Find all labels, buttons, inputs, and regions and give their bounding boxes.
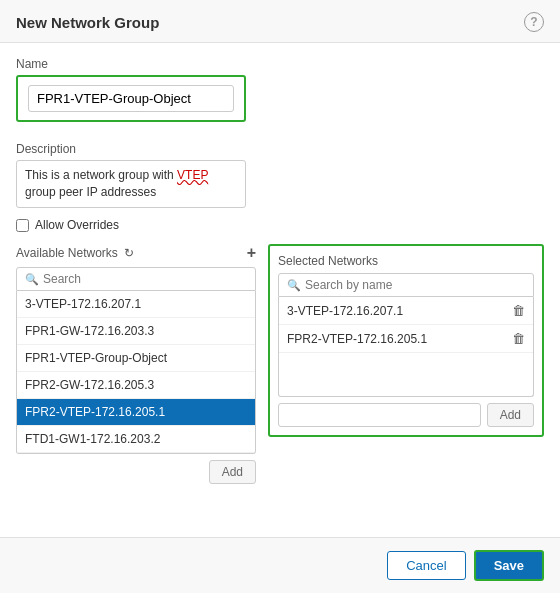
dialog-body: Name Description This is a network group… [0, 43, 560, 537]
selected-add-button[interactable]: Add [487, 403, 534, 427]
selected-networks-search-input[interactable] [305, 278, 525, 292]
available-networks-search-wrap: 🔍 [16, 267, 256, 291]
selected-networks-label: Selected Networks [278, 254, 534, 268]
dialog-header: New Network Group ? [0, 0, 560, 43]
available-networks-list: 3-VTEP-172.16.207.1 FPR1-GW-172.16.203.3… [16, 291, 256, 454]
list-item-selected[interactable]: FPR2-VTEP-172.16.205.1 [17, 399, 255, 426]
available-networks-header: Available Networks ↻ + [16, 244, 256, 262]
available-networks-title-group: Available Networks ↻ [16, 246, 134, 260]
add-network-icon[interactable]: + [247, 244, 256, 262]
selected-search-icon: 🔍 [287, 279, 301, 292]
description-box: This is a network group with VTEP group … [16, 160, 246, 208]
name-field-section: Name [16, 57, 544, 132]
list-item[interactable]: FPR1-GW-172.16.203.3 [17, 318, 255, 345]
selected-list-item: FPR2-VTEP-172.16.205.1 🗑 [279, 325, 533, 353]
cancel-button[interactable]: Cancel [387, 551, 465, 580]
description-vtep: VTEP [177, 168, 208, 182]
remove-item-icon[interactable]: 🗑 [512, 331, 525, 346]
allow-overrides-checkbox[interactable] [16, 219, 29, 232]
selected-networks-search-wrap: 🔍 [278, 273, 534, 297]
refresh-icon[interactable]: ↻ [124, 246, 134, 260]
allow-overrides-section: Allow Overrides [16, 218, 544, 232]
list-item[interactable]: 3-VTEP-172.16.207.1 [17, 291, 255, 318]
description-text-after: group peer IP addresses [25, 185, 156, 199]
description-text-before: This is a network group with [25, 168, 177, 182]
networks-section: Available Networks ↻ + 🔍 3-VTEP-172.16.2… [16, 244, 544, 484]
new-network-group-dialog: New Network Group ? Name Description Thi… [0, 0, 560, 593]
selected-item-name: FPR2-VTEP-172.16.205.1 [287, 332, 427, 346]
selected-item-name: 3-VTEP-172.16.207.1 [287, 304, 403, 318]
list-item[interactable]: FTD1-GW1-172.16.203.2 [17, 426, 255, 453]
dialog-title: New Network Group [16, 14, 159, 31]
selected-networks-list: 3-VTEP-172.16.207.1 🗑 FPR2-VTEP-172.16.2… [278, 297, 534, 397]
allow-overrides-label: Allow Overrides [35, 218, 119, 232]
available-search-icon: 🔍 [25, 273, 39, 286]
name-input[interactable] [28, 85, 234, 112]
selected-list-item: 3-VTEP-172.16.207.1 🗑 [279, 297, 533, 325]
help-icon[interactable]: ? [524, 12, 544, 32]
selected-networks-panel: Selected Networks 🔍 3-VTEP-172.16.207.1 … [268, 244, 544, 437]
list-item[interactable]: FPR2-GW-172.16.205.3 [17, 372, 255, 399]
available-networks-search-input[interactable] [43, 272, 247, 286]
selected-add-input[interactable] [278, 403, 481, 427]
description-section: Description This is a network group with… [16, 142, 544, 208]
selected-networks-bottom: Add [278, 403, 534, 427]
name-box-outline [16, 75, 246, 122]
remove-item-icon[interactable]: 🗑 [512, 303, 525, 318]
list-item[interactable]: FPR1-VTEP-Group-Object [17, 345, 255, 372]
name-label: Name [16, 57, 544, 71]
available-networks-label: Available Networks [16, 246, 118, 260]
available-networks-panel: Available Networks ↻ + 🔍 3-VTEP-172.16.2… [16, 244, 256, 484]
description-label: Description [16, 142, 544, 156]
available-add-button[interactable]: Add [209, 460, 256, 484]
save-button[interactable]: Save [474, 550, 544, 581]
dialog-footer: Cancel Save [0, 537, 560, 593]
